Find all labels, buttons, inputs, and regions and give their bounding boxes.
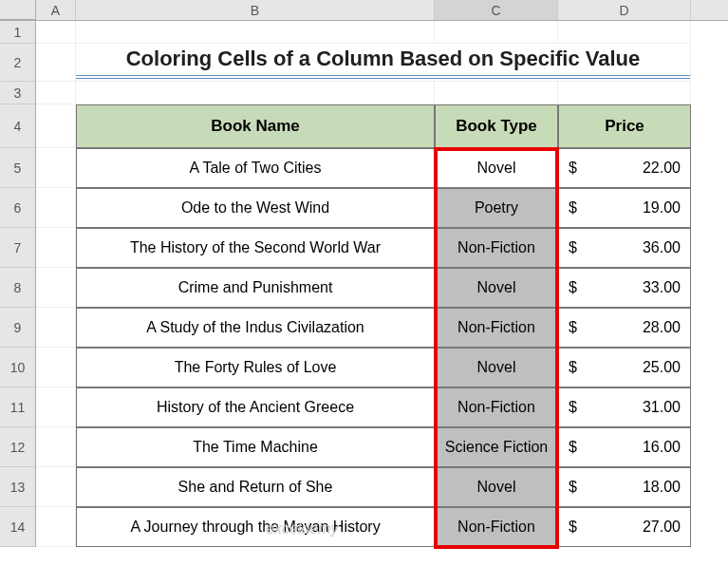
- row-header-7[interactable]: 7: [0, 228, 36, 268]
- row-header-14[interactable]: 14: [0, 507, 36, 547]
- header-book-name[interactable]: Book Name: [76, 104, 435, 148]
- row-5: 5A Tale of Two CitiesNovel$22.00: [0, 148, 728, 188]
- col-header-c[interactable]: C: [435, 0, 558, 20]
- row-header-2[interactable]: 2: [0, 44, 36, 82]
- cell-a12[interactable]: [36, 427, 76, 467]
- row-header-6[interactable]: 6: [0, 188, 36, 228]
- cell-book-type[interactable]: Non-Fiction: [435, 308, 558, 348]
- cell-a11[interactable]: [36, 387, 76, 427]
- row-11: 11History of the Ancient GreeceNon-Ficti…: [0, 387, 728, 427]
- row-header-8[interactable]: 8: [0, 268, 36, 308]
- cell-book-type[interactable]: Non-Fiction: [435, 507, 558, 547]
- cell-price[interactable]: $33.00: [558, 268, 691, 308]
- cell-b3[interactable]: [76, 82, 435, 104]
- col-header-d[interactable]: D: [558, 0, 691, 20]
- currency-symbol: $: [569, 359, 577, 376]
- cell-price[interactable]: $19.00: [558, 188, 691, 228]
- cell-price[interactable]: $28.00: [558, 308, 691, 348]
- price-value: 18.00: [643, 479, 681, 496]
- row-12: 12The Time MachineScience Fiction$16.00: [0, 427, 728, 467]
- cell-book-name[interactable]: History of the Ancient Greece: [76, 387, 435, 427]
- cell-book-type[interactable]: Novel: [435, 148, 558, 188]
- price-value: 27.00: [643, 519, 681, 536]
- price-value: 16.00: [643, 439, 681, 456]
- cell-book-name[interactable]: A Tale of Two Cities: [76, 148, 435, 188]
- price-value: 36.00: [643, 239, 681, 256]
- column-headers-row: A B C D: [0, 0, 728, 21]
- cell-book-name[interactable]: The Forty Rules of Love: [76, 348, 435, 387]
- cell-a8[interactable]: [36, 268, 76, 308]
- cell-c3[interactable]: [435, 82, 558, 104]
- cell-book-name[interactable]: A Study of the Indus Civilazation: [76, 308, 435, 348]
- title-cell[interactable]: Coloring Cells of a Column Based on Spec…: [76, 44, 691, 82]
- corner-cell[interactable]: [0, 0, 36, 20]
- cell-book-name[interactable]: She and Return of She: [76, 467, 435, 507]
- price-value: 28.00: [643, 319, 681, 336]
- row-header-5[interactable]: 5: [0, 148, 36, 188]
- cell-a6[interactable]: [36, 188, 76, 228]
- cell-book-type[interactable]: Non-Fiction: [435, 387, 558, 427]
- cell-book-name[interactable]: Ode to the West Wind: [76, 188, 435, 228]
- cell-a9[interactable]: [36, 308, 76, 348]
- cell-price[interactable]: $31.00: [558, 387, 691, 427]
- row-1: 1: [0, 21, 728, 44]
- cell-a2[interactable]: [36, 44, 76, 82]
- currency-symbol: $: [569, 160, 577, 177]
- cell-price[interactable]: $27.00: [558, 507, 691, 547]
- cell-book-type[interactable]: Novel: [435, 467, 558, 507]
- row-7: 7The History of the Second World WarNon-…: [0, 228, 728, 268]
- cell-price[interactable]: $16.00: [558, 427, 691, 467]
- row-header-13[interactable]: 13: [0, 467, 36, 507]
- cell-price[interactable]: $25.00: [558, 348, 691, 387]
- price-value: 22.00: [643, 160, 681, 177]
- cell-book-type[interactable]: Novel: [435, 268, 558, 308]
- cell-d3[interactable]: [558, 82, 691, 104]
- row-14: 14A Journey through the Mayan HistoryNon…: [0, 507, 728, 547]
- cell-price[interactable]: $18.00: [558, 467, 691, 507]
- currency-symbol: $: [569, 199, 577, 217]
- row-13: 13She and Return of SheNovel$18.00: [0, 467, 728, 507]
- cell-a10[interactable]: [36, 348, 76, 387]
- row-header-4[interactable]: 4: [0, 104, 36, 148]
- row-header-9[interactable]: 9: [0, 308, 36, 348]
- watermark: exceldemy: [266, 520, 338, 538]
- row-4: 4 Book Name Book Type Price: [0, 104, 728, 148]
- row-header-11[interactable]: 11: [0, 387, 36, 427]
- cell-book-name[interactable]: Crime and Punishment: [76, 268, 435, 308]
- price-value: 25.00: [643, 359, 681, 376]
- row-8: 8Crime and PunishmentNovel$33.00: [0, 268, 728, 308]
- currency-symbol: $: [569, 279, 577, 296]
- row-header-3[interactable]: 3: [0, 82, 36, 104]
- page-title: Coloring Cells of a Column Based on Spec…: [126, 47, 641, 71]
- cell-price[interactable]: $36.00: [558, 228, 691, 268]
- header-price[interactable]: Price: [558, 104, 691, 148]
- col-header-b[interactable]: B: [76, 0, 435, 20]
- cell-book-type[interactable]: Poetry: [435, 188, 558, 228]
- cell-d1[interactable]: [558, 21, 691, 44]
- cell-book-name[interactable]: A Journey through the Mayan History: [76, 507, 435, 547]
- cell-book-type[interactable]: Non-Fiction: [435, 228, 558, 268]
- cell-a13[interactable]: [36, 467, 76, 507]
- header-book-type[interactable]: Book Type: [435, 104, 558, 148]
- row-header-12[interactable]: 12: [0, 427, 36, 467]
- row-header-1[interactable]: 1: [0, 21, 36, 44]
- row-header-10[interactable]: 10: [0, 348, 36, 387]
- price-value: 19.00: [643, 199, 681, 217]
- cell-book-name[interactable]: The Time Machine: [76, 427, 435, 467]
- cell-a1[interactable]: [36, 21, 76, 44]
- cell-a5[interactable]: [36, 148, 76, 188]
- col-header-a[interactable]: A: [36, 0, 76, 20]
- currency-symbol: $: [569, 479, 577, 496]
- price-value: 33.00: [643, 279, 681, 296]
- cell-a14[interactable]: [36, 507, 76, 547]
- cell-book-type[interactable]: Novel: [435, 348, 558, 387]
- cell-a4[interactable]: [36, 104, 76, 148]
- cell-b1[interactable]: [76, 21, 435, 44]
- cell-price[interactable]: $22.00: [558, 148, 691, 188]
- cell-a7[interactable]: [36, 228, 76, 268]
- cell-a3[interactable]: [36, 82, 76, 104]
- cell-book-name[interactable]: The History of the Second World War: [76, 228, 435, 268]
- cell-book-type[interactable]: Science Fiction: [435, 427, 558, 467]
- cell-c1[interactable]: [435, 21, 558, 44]
- row-6: 6Ode to the West WindPoetry$19.00: [0, 188, 728, 228]
